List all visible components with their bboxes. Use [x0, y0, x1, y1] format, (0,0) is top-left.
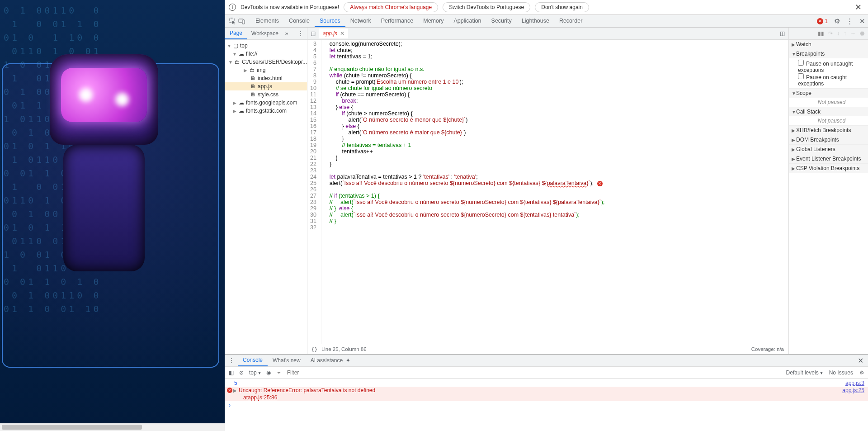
expand-error-icon[interactable]: ▶ — [233, 388, 237, 393]
breakpoints-section[interactable]: ▼Breakpoints — [789, 49, 868, 58]
step-over-icon[interactable]: ↷ — [828, 30, 833, 37]
pause-caught-checkbox[interactable] — [798, 73, 804, 79]
tree-file-origin[interactable]: ▼☁file:// — [225, 50, 307, 58]
console-settings-gear-icon[interactable]: ⚙ — [859, 369, 864, 376]
error-count[interactable]: ✕1 — [817, 18, 828, 24]
console-filter-input[interactable] — [287, 369, 377, 376]
svg-rect-2 — [242, 20, 245, 24]
watch-section[interactable]: ▶Watch — [789, 40, 868, 49]
code-editor[interactable]: 3456789101112131415161718192021222324252… — [307, 40, 788, 344]
main-tab-elements[interactable]: Elements — [250, 15, 284, 27]
callstack-section[interactable]: ▼Call Stack — [789, 107, 868, 116]
step-icon[interactable]: → — [850, 30, 856, 37]
deactivate-bp-icon[interactable]: ⬣ — [860, 30, 864, 37]
devtools-panel: i DevTools is now available in Portugues… — [225, 0, 868, 431]
event-bp-section[interactable]: ▶Event Listener Breakpoints — [789, 154, 868, 163]
drawer-kebab-icon[interactable]: ⋮ — [225, 355, 238, 366]
settings-gear-icon[interactable]: ⚙ — [831, 15, 843, 27]
cursor-position: Line 25, Column 86 — [321, 346, 367, 352]
issues-label[interactable]: No Issues — [829, 369, 853, 376]
sources-navigator: Page Workspace » ⋮ ▼▢top ▼☁file:// ▼🗀C:/… — [225, 28, 307, 354]
infobar-message: DevTools is now available in Portuguese! — [241, 4, 339, 10]
pause-icon[interactable]: ▮▮ — [818, 30, 824, 37]
console-log-row[interactable]: 5 app.js:3 — [225, 379, 868, 387]
editor-status-bar: { } Line 25, Column 86 Coverage: n/a — [307, 344, 788, 354]
ai-sparkle-icon: ✦ — [346, 357, 350, 364]
nav-tab-page[interactable]: Page — [225, 28, 247, 39]
main-tab-console[interactable]: Console — [284, 15, 315, 27]
tree-img-folder[interactable]: ▶🗀img — [225, 66, 307, 74]
console-sidebar-toggle-icon[interactable]: ◧ — [229, 369, 234, 376]
infobar-close-icon[interactable]: ✕ — [852, 2, 864, 12]
match-language-button[interactable]: Always match Chrome's language — [344, 2, 438, 12]
inspect-element-icon[interactable] — [229, 17, 237, 26]
devtools-close-icon[interactable]: ✕ — [857, 15, 868, 27]
file-tab-close-icon[interactable]: ✕ — [340, 30, 344, 37]
more-menu-icon[interactable]: ⋮ — [844, 15, 856, 27]
page-h-scrollbar[interactable] — [0, 423, 225, 431]
tree-gstatic[interactable]: ▶☁fonts.gstatic.com — [225, 107, 307, 115]
step-out-icon[interactable]: ↑ — [844, 30, 846, 37]
console-drawer: ⋮ Console What's new AI assistance ✦ ✕ ◧… — [225, 354, 868, 431]
inspected-page: 0 1 00110 0 1 0 01 1 0 01 0 1 10 0 0110 … — [0, 0, 225, 431]
error-badge-icon: ✕ — [227, 388, 232, 393]
scope-section[interactable]: ▼Scope — [789, 89, 868, 98]
global-listeners-section[interactable]: ▶Global Listeners — [789, 145, 868, 154]
xhr-bp-section[interactable]: ▶XHR/fetch Breakpoints — [789, 126, 868, 135]
device-toggle-icon[interactable] — [238, 17, 246, 26]
context-selector[interactable]: top ▾ — [249, 369, 261, 376]
main-tab-memory[interactable]: Memory — [418, 15, 448, 27]
nav-more-icon[interactable]: » — [283, 28, 291, 39]
main-tab-performance[interactable]: Performance — [376, 15, 419, 27]
robot-illustration — [23, 54, 185, 280]
file-tab-app-js[interactable]: app.js✕ — [319, 28, 348, 38]
main-tab-application[interactable]: Application — [448, 15, 486, 27]
pretty-print-icon[interactable]: { } — [312, 346, 317, 352]
tree-index-html[interactable]: 🗎index.html — [225, 74, 307, 82]
step-into-icon[interactable]: ↓ — [837, 30, 840, 37]
debugger-sidebar: ▮▮ ↷ ↓ ↑ → ⬣ ▶Watch ▼Breakpoints Pause o… — [788, 28, 868, 354]
log-levels-selector[interactable]: Default levels ▾ — [786, 369, 823, 376]
main-tab-security[interactable]: Security — [486, 15, 517, 27]
console-error-row[interactable]: ✕ ▶ Uncaught ReferenceError: palavraTent… — [225, 387, 868, 394]
info-icon: i — [229, 4, 236, 11]
tree-style-css[interactable]: 🗎style.css — [225, 90, 307, 99]
toggle-debugger-icon[interactable]: ◫ — [780, 30, 785, 37]
console-source-link[interactable]: app.js:25 — [842, 387, 864, 393]
clear-console-icon[interactable]: ⊘ — [239, 369, 244, 376]
main-tab-network[interactable]: Network — [345, 15, 376, 27]
tree-googleapis[interactable]: ▶☁fonts.googleapis.com — [225, 99, 307, 107]
switch-language-button[interactable]: Switch DevTools to Portuguese — [443, 2, 530, 12]
tree-top[interactable]: ▼▢top — [225, 42, 307, 50]
devtools-toolbar: ElementsConsoleSourcesNetworkPerformance… — [225, 15, 868, 28]
dom-bp-section[interactable]: ▶DOM Breakpoints — [789, 135, 868, 144]
live-expression-icon[interactable]: ◉ — [266, 369, 271, 376]
drawer-close-icon[interactable]: ✕ — [853, 354, 868, 367]
tree-app-js[interactable]: 🗎app.js — [225, 82, 307, 90]
main-tab-lighthouse[interactable]: Lighthouse — [517, 15, 554, 27]
console-source-link[interactable]: app.js:3 — [845, 380, 864, 386]
dont-show-button[interactable]: Don't show again — [535, 2, 589, 12]
pause-uncaught-checkbox[interactable] — [798, 60, 804, 66]
filter-icon: ⏷ — [276, 369, 282, 376]
language-infobar: i DevTools is now available in Portugues… — [225, 0, 868, 15]
drawer-tab-console[interactable]: Console — [238, 355, 268, 366]
nav-tab-workspace[interactable]: Workspace — [247, 28, 283, 39]
drawer-tab-ai[interactable]: AI assistance ✦ — [306, 355, 356, 366]
tree-desktop-folder[interactable]: ▼🗀C:/Users/USER/Desktop/... — [225, 58, 307, 66]
toggle-navigator-icon[interactable]: ◫ — [307, 28, 319, 38]
console-error-stack-row: at app.js:25:86 — [225, 394, 868, 401]
nav-kebab-icon[interactable]: ⋮ — [294, 28, 307, 39]
main-tab-recorder[interactable]: Recorder — [554, 15, 587, 27]
stack-link[interactable]: app.js:25:86 — [248, 394, 277, 401]
console-prompt[interactable]: › — [225, 401, 868, 409]
coverage-label: Coverage: n/a — [751, 346, 784, 352]
drawer-tab-whatsnew[interactable]: What's new — [268, 355, 306, 366]
main-tab-sources[interactable]: Sources — [315, 15, 345, 27]
editor-pane: ◫ app.js✕ ◫ 3456789101112131415161718192… — [307, 28, 788, 354]
csp-bp-section[interactable]: ▶CSP Violation Breakpoints — [789, 164, 868, 173]
